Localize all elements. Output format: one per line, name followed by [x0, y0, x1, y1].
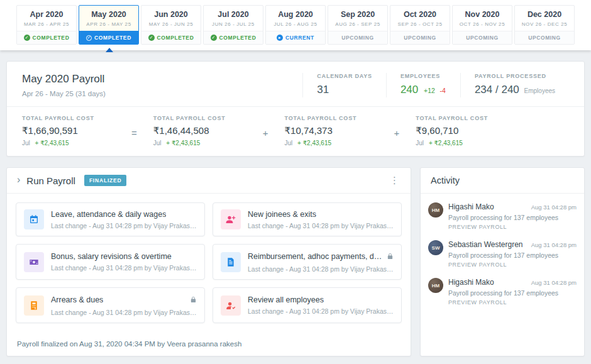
task-title: Review all employees [248, 295, 324, 304]
collapse-chevron-icon[interactable]: › [17, 174, 20, 185]
check-circle-icon: ✓ [86, 35, 92, 41]
cost-delta: + ₹2,43,615 [35, 140, 69, 146]
task-card-leave-attendance[interactable]: Leave, attendance & daily wages Last cha… [16, 202, 205, 236]
activity-content: Sebastian Westergren Aug 31 04:28 pm Pay… [448, 240, 577, 268]
finalized-badge: FINALIZED [84, 175, 127, 186]
task-text: Leave, attendance & daily wages Last cha… [51, 210, 197, 229]
task-card-reimbursement[interactable]: Reimbursement, adhoc payments, deduction… [213, 244, 402, 280]
task-last-change: Last change - Aug 31 04:28 pm by Vijay P… [248, 265, 394, 273]
month-card-dec-2020[interactable]: Dec 2020 NOV 26 - DEC 25 UPCOMING [514, 5, 575, 45]
month-status-label: COMPLETED [94, 35, 131, 41]
month-card-jun-2020[interactable]: Jun 2020 MAY 26 - JUN 25 ✓ COMPLETED [141, 5, 201, 45]
month-status-label: CURRENT [285, 35, 314, 41]
cost-label: TOTAL PAYROLL COST [285, 115, 378, 121]
month-range: AUG 26 - SEP 25 [328, 21, 387, 27]
month-card-jul-2020[interactable]: Jul 2020 JUN 26 - JUL 25 ✓ COMPLETED [203, 5, 263, 45]
month-status-label: COMPLETED [219, 35, 257, 41]
equals-operator: = [131, 124, 137, 138]
activity-description: Payroll processing for 137 employees [448, 251, 577, 259]
cost-value: ₹9,60,710 [416, 125, 509, 136]
task-card-new-joinees[interactable]: New joinees & exits Last change - Aug 31… [213, 202, 402, 236]
task-card-arrears-dues[interactable]: Arrears & dues Last change - Aug 31 04:2… [16, 287, 205, 323]
cost-group-4: TOTAL PAYROLL COST ₹9,60,710 Jul + ₹2,43… [416, 115, 509, 146]
run-payroll-panel: › Run Payroll FINALIZED ⋮ Leave, attenda… [6, 167, 411, 356]
check-circle-icon: ✓ [148, 35, 155, 41]
task-title: Reimbursement, adhoc payments, deduction… [248, 252, 383, 261]
activity-timestamp: Aug 31 04:28 pm [531, 204, 577, 211]
avatar: HM [428, 202, 443, 218]
month-title: Apr 2020 [17, 6, 76, 19]
run-payroll-header: › Run Payroll FINALIZED ⋮ [7, 168, 411, 194]
cost-month: Jul [416, 140, 424, 146]
month-strip: Apr 2020 MAR 26 - APR 25 ✓ COMPLETED May… [0, 0, 591, 50]
month-range: JUN 26 - JUL 25 [204, 21, 263, 27]
payroll-cost-breakdown: TOTAL PAYROLL COST ₹1,66,90,591 Jul + ₹2… [7, 106, 584, 156]
person-check-icon [221, 295, 241, 316]
person-plus-icon [221, 209, 241, 229]
task-card-bonus-revisions[interactable]: Bonus, salary revisions & overtime Last … [16, 244, 205, 280]
month-status: UPCOMING [328, 31, 387, 44]
cost-value: ₹10,74,373 [285, 125, 378, 136]
month-range: JUL 26 - AUG 25 [266, 21, 325, 27]
avatar: HM [428, 278, 443, 293]
task-card-review-employees[interactable]: Review all employees Last change - Aug 3… [213, 287, 402, 323]
calculator-icon [24, 295, 44, 316]
stat-label: PAYROLL PROCESSED [475, 73, 555, 79]
month-card-nov-2020[interactable]: Nov 2020 OCT 26 - NOV 25 UPCOMING [452, 5, 512, 45]
cost-label: TOTAL PAYROLL COST [22, 115, 115, 121]
document-icon [221, 252, 241, 272]
stat-label: CALENDAR DAYS [317, 73, 372, 79]
month-card-sep-2020[interactable]: Sep 2020 AUG 26 - SEP 25 UPCOMING [328, 5, 388, 45]
cost-delta: + ₹2,43,615 [166, 140, 200, 146]
cost-group-total: TOTAL PAYROLL COST ₹1,66,90,591 Jul + ₹2… [22, 115, 115, 146]
month-title: Sep 2020 [328, 6, 387, 19]
activity-content: Higashi Mako Aug 31 04:28 pm Payroll pro… [448, 202, 577, 230]
task-title: Bonus, salary revisions & overtime [51, 252, 172, 261]
activity-item: HM Higashi Mako Aug 31 04:28 pm Payroll … [428, 278, 577, 306]
month-card-oct-2020[interactable]: Oct 2020 SEP 26 - OCT 25 UPCOMING [390, 5, 450, 45]
month-status-label: UPCOMING [528, 35, 561, 41]
activity-panel: Activity HM Higashi Mako Aug 31 04:28 pm… [420, 167, 585, 356]
payroll-finalized-note: Payroll finalized on Aug 31, 2020 04:34 … [7, 339, 411, 356]
activity-content: Higashi Mako Aug 31 04:28 pm Payroll pro… [448, 278, 577, 306]
activity-title: Activity [421, 168, 584, 194]
cost-group-salary: TOTAL PAYROLL COST ₹1,46,44,508 Jul + ₹2… [153, 115, 246, 146]
month-title: May 2020 [79, 6, 138, 19]
task-last-change: Last change - Aug 31 04:28 pm by Vijay P… [51, 309, 197, 316]
processed-unit: Employees [524, 87, 555, 94]
month-card-aug-2020[interactable]: Aug 2020 JUL 26 - AUG 25 ▸ CURRENT [265, 5, 326, 45]
cost-comparison: Jul + ₹2,43,615 [416, 140, 509, 146]
activity-type-tag: PREVIEW PAYROLL [448, 224, 577, 230]
month-card-apr-2020[interactable]: Apr 2020 MAR 26 - APR 25 ✓ COMPLETED [16, 5, 77, 45]
month-status: ✓ COMPLETED [141, 31, 201, 44]
activity-list: HM Higashi Mako Aug 31 04:28 pm Payroll … [421, 194, 584, 318]
month-card-may-2020[interactable]: May 2020 APR 26 - MAY 25 ✓ COMPLETED [79, 5, 139, 45]
selected-month-pointer [106, 48, 113, 52]
overflow-menu-icon[interactable]: ⋮ [387, 175, 402, 186]
cost-month: Jul [153, 140, 162, 146]
task-text: Review all employees Last change - Aug 3… [248, 295, 394, 315]
activity-timestamp: Aug 31 04:28 pm [531, 279, 577, 286]
task-text: Bonus, salary revisions & overtime Last … [51, 252, 197, 272]
processed-value: 234 / 240 Employees [475, 84, 555, 96]
run-payroll-tasks: Leave, attendance & daily wages Last cha… [7, 194, 411, 332]
month-status-label: UPCOMING [466, 35, 499, 41]
month-range: NOV 26 - DEC 25 [515, 21, 574, 27]
employees-count: 240 [400, 84, 418, 96]
cost-label: TOTAL PAYROLL COST [153, 115, 246, 121]
plus-operator: + [263, 124, 268, 138]
task-text: Arrears & dues Last change - Aug 31 04:2… [51, 294, 197, 316]
month-range: MAY 26 - JUN 25 [141, 21, 201, 27]
page-title: May 2020 Payroll [22, 73, 106, 85]
month-status: UPCOMING [515, 31, 574, 44]
activity-timestamp: Aug 31 04:28 pm [531, 241, 577, 248]
cost-delta: + ₹2,43,615 [297, 140, 331, 146]
processed-count: 234 / 240 [475, 84, 519, 96]
month-status: ▸ CURRENT [266, 31, 325, 44]
activity-user-name: Higashi Mako [448, 278, 494, 287]
summary-title-block: May 2020 Payroll Apr 26 - May 25 (31 day… [22, 73, 106, 97]
check-circle-icon: ✓ [211, 35, 217, 41]
activity-item: HM Higashi Mako Aug 31 04:28 pm Payroll … [428, 202, 577, 230]
cost-comparison: Jul + ₹2,43,615 [153, 140, 246, 146]
month-title: Jun 2020 [141, 6, 201, 19]
